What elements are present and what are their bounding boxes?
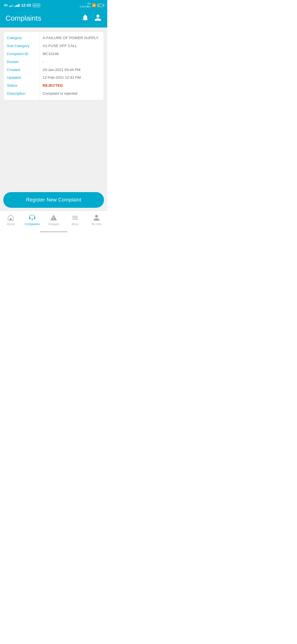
signal-bars-2 [14, 4, 20, 7]
label-description: Description [7, 91, 36, 96]
nav-outages-label: Outages [48, 222, 59, 226]
value-status: REJECTED [43, 83, 100, 88]
nav-complaints-label: Complaints [24, 222, 40, 226]
notification-button[interactable] [81, 14, 89, 23]
label-complaint-id: Complaint ID [7, 51, 36, 57]
value-updated: 12-Feb-2021 12:43 PM [43, 75, 100, 80]
signal-bars [9, 4, 13, 7]
label-docket: Docket [7, 59, 36, 65]
bottom-indicator [40, 231, 67, 232]
battery-fill [98, 4, 100, 6]
complaint-card: Category Sub Category Complaint ID Docke… [3, 31, 104, 100]
battery-indicator [97, 4, 103, 7]
card-labels: Category Sub Category Complaint ID Docke… [4, 32, 39, 100]
nxtd-badge: NXTD [33, 4, 40, 7]
myinfo-person-icon [93, 214, 100, 221]
header: Complaints [0, 10, 107, 28]
profile-button[interactable] [94, 14, 102, 23]
register-complaint-button[interactable]: Register New Complaint [3, 192, 104, 208]
clock-time: 12:43 [21, 3, 31, 7]
status-right: Vol0.40 KB/s 📶 [80, 2, 103, 8]
status-left: 4G 12:43 NXTD [4, 3, 40, 7]
header-actions [81, 14, 102, 23]
nav-myinfo[interactable]: My Info [86, 213, 107, 227]
nav-more-label: More [72, 222, 78, 226]
headset-icon [29, 214, 36, 221]
home-icon [7, 214, 14, 221]
person-icon [94, 14, 102, 21]
label-subcategory: Sub Category [7, 43, 36, 49]
bottom-nav: Home Complaints Outages More My Info [0, 211, 107, 230]
bell-icon [81, 14, 89, 21]
page-title: Complaints [6, 14, 41, 23]
nav-outages[interactable]: Outages [43, 213, 64, 227]
label-category: Category [7, 36, 36, 41]
register-section: Register New Complaint [0, 188, 107, 211]
card-values: A-FAILURE OF POWER SUPPLY A1-FUSE OFF CA… [39, 32, 104, 100]
value-category: A-FAILURE OF POWER SUPPLY [43, 36, 100, 41]
status-bar: 4G 12:43 NXTD Vol0.40 KB/s 📶 [0, 0, 107, 10]
value-description: Complaint is rejected [43, 91, 100, 96]
value-complaint-id: MC10146 [43, 51, 100, 57]
svg-point-0 [32, 219, 33, 220]
wifi-icon: 📶 [92, 3, 96, 7]
network-type: 4G [4, 4, 8, 7]
label-created: Created [7, 67, 36, 73]
label-updated: Updated [7, 75, 36, 80]
menu-icon [72, 214, 79, 221]
nav-home-label: Home [7, 222, 15, 226]
nav-myinfo-label: My Info [92, 222, 101, 226]
main-content: Category Sub Category Complaint ID Docke… [0, 28, 107, 188]
warning-icon [50, 214, 57, 221]
nav-home[interactable]: Home [0, 213, 21, 227]
nav-more[interactable]: More [64, 213, 86, 227]
label-status: Status [7, 83, 36, 88]
value-docket: - [43, 59, 100, 65]
value-subcategory: A1-FUSE OFF CALL [43, 43, 100, 49]
value-created: 20-Jan-2021 03:44 PM [43, 67, 100, 73]
data-speed: Vol0.40 KB/s [80, 2, 90, 8]
nav-complaints[interactable]: Complaints [21, 213, 43, 227]
